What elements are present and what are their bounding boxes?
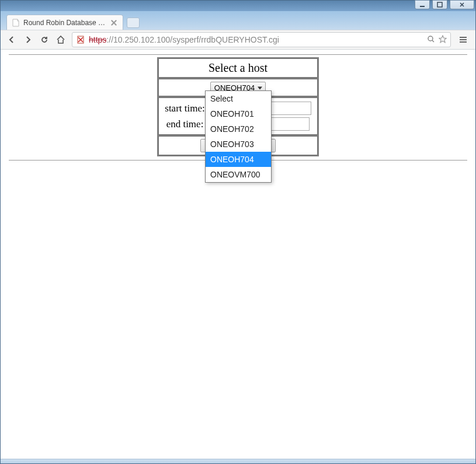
end-time-label: end time: bbox=[166, 118, 204, 130]
tab-strip: Round Robin Database Qu bbox=[1, 11, 475, 30]
start-time-label: start time: bbox=[165, 103, 204, 114]
reload-button[interactable] bbox=[39, 34, 50, 45]
host-option[interactable]: ONEOH702 bbox=[206, 121, 271, 137]
host-option[interactable]: ONEOH701 bbox=[206, 106, 271, 121]
url-path: ://10.250.102.100/sysperf/rrdbQUERYHOST.… bbox=[106, 35, 279, 44]
chrome-menu-button[interactable] bbox=[457, 33, 470, 46]
url-text: https://10.250.102.100/sysperf/rrdbQUERY… bbox=[89, 35, 423, 44]
bookmark-star-icon[interactable] bbox=[439, 35, 447, 45]
page-viewport: Select a host ONEOH704 start time: end t… bbox=[1, 50, 475, 459]
ssl-error-icon bbox=[76, 35, 85, 44]
host-option[interactable]: ONEOH704 bbox=[206, 152, 271, 167]
address-bar[interactable]: https://10.250.102.100/sysperf/rrdbQUERY… bbox=[72, 32, 451, 47]
home-button[interactable] bbox=[55, 34, 66, 45]
svg-rect-0 bbox=[420, 6, 425, 7]
tab-title: Round Robin Database Qu bbox=[23, 19, 106, 27]
host-option[interactable]: ONEOH703 bbox=[206, 137, 271, 152]
form-title: Select a host bbox=[158, 58, 317, 78]
forward-button[interactable] bbox=[23, 34, 33, 45]
page-favicon-icon bbox=[12, 19, 20, 27]
horizontal-rule-top bbox=[9, 54, 467, 55]
host-option[interactable]: ONEOVM700 bbox=[206, 167, 271, 182]
back-button[interactable] bbox=[6, 34, 17, 45]
svg-rect-4 bbox=[460, 37, 467, 38]
omnibox-right-icons bbox=[427, 35, 447, 45]
new-tab-button[interactable] bbox=[127, 18, 140, 28]
browser-tab[interactable]: Round Robin Database Qu bbox=[6, 15, 123, 30]
url-scheme: https bbox=[89, 35, 106, 44]
window-close-button[interactable] bbox=[450, 0, 474, 9]
browser-toolbar: https://10.250.102.100/sysperf/rrdbQUERY… bbox=[1, 30, 475, 50]
window-minimize-button[interactable] bbox=[415, 0, 430, 9]
zoom-icon[interactable] bbox=[427, 35, 435, 45]
svg-rect-1 bbox=[437, 2, 442, 7]
window-bottom-frame bbox=[1, 459, 475, 463]
svg-point-3 bbox=[428, 36, 433, 41]
window-maximize-button[interactable] bbox=[432, 0, 447, 9]
host-select-listbox[interactable]: SelectONEOH701ONEOH702ONEOH703ONEOH704ON… bbox=[205, 90, 272, 183]
browser-window: Round Robin Database Qu https://10.250.1… bbox=[0, 0, 476, 464]
window-titlebar bbox=[1, 1, 475, 11]
tab-close-button[interactable] bbox=[110, 19, 118, 27]
svg-rect-6 bbox=[460, 41, 467, 43]
host-option[interactable]: Select bbox=[206, 91, 271, 106]
svg-rect-5 bbox=[460, 39, 467, 40]
window-controls bbox=[415, 0, 474, 9]
